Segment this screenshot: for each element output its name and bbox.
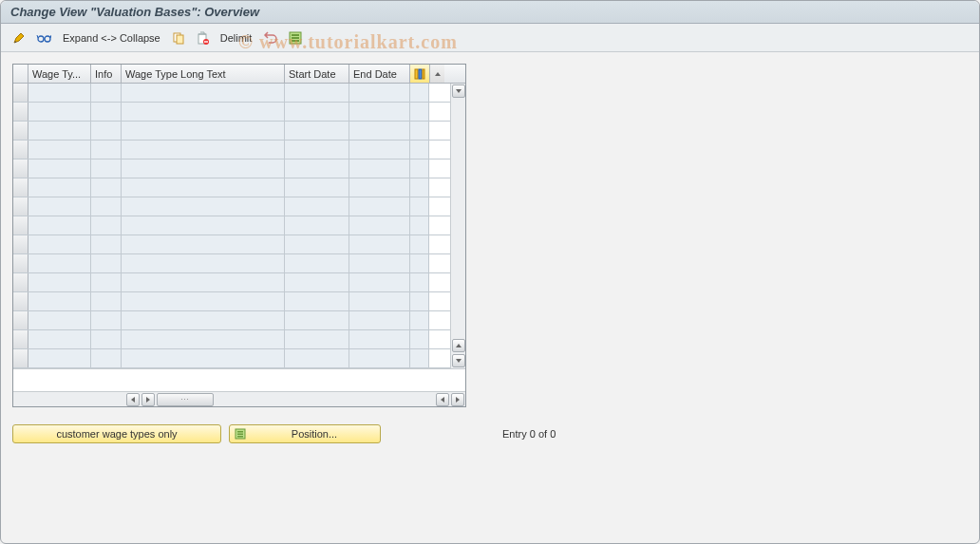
scroll-right-icon[interactable] [451, 393, 464, 406]
cell-start-date[interactable] [285, 235, 349, 253]
cell-long-text[interactable] [122, 311, 285, 329]
column-header-wage-type[interactable]: Wage Ty... [28, 65, 91, 83]
delete-icon[interactable] [192, 28, 213, 47]
row-selector[interactable] [13, 330, 28, 348]
cell-start-date[interactable] [285, 103, 349, 121]
cell-start-date[interactable] [285, 330, 349, 348]
cell-wage-type[interactable] [28, 235, 91, 253]
row-selector[interactable] [13, 254, 28, 272]
row-selector[interactable] [13, 84, 28, 102]
glasses-detail-icon[interactable] [32, 28, 55, 47]
row-selector[interactable] [13, 349, 28, 367]
configure-columns-icon[interactable] [410, 65, 429, 83]
cell-info[interactable] [91, 84, 122, 102]
row-selector[interactable] [13, 122, 28, 140]
column-header-start-date[interactable]: Start Date [285, 65, 349, 83]
scroll-up-step-icon[interactable] [452, 339, 465, 352]
cell-start-date[interactable] [285, 216, 349, 234]
scroll-right-step-icon[interactable] [141, 393, 155, 406]
cell-end-date[interactable] [349, 197, 410, 216]
cell-long-text[interactable] [122, 84, 285, 102]
horizontal-scrollbar[interactable]: ··· [13, 391, 465, 406]
table-row[interactable] [13, 254, 450, 273]
cell-long-text[interactable] [122, 235, 285, 253]
cell-end-date[interactable] [349, 216, 410, 234]
cell-wage-type[interactable] [28, 84, 91, 102]
cell-wage-type[interactable] [28, 311, 91, 329]
cell-wage-type[interactable] [28, 141, 91, 159]
cell-info[interactable] [91, 330, 122, 348]
cell-wage-type[interactable] [28, 349, 91, 367]
cell-info[interactable] [91, 311, 122, 329]
cell-end-date[interactable] [349, 141, 410, 159]
customer-wage-types-button[interactable]: customer wage types only [12, 424, 221, 443]
scroll-up-button[interactable] [429, 65, 444, 83]
row-selector[interactable] [13, 273, 28, 291]
cell-end-date[interactable] [349, 159, 410, 178]
row-selector[interactable] [13, 103, 28, 121]
table-row[interactable] [13, 216, 450, 235]
table-row[interactable] [13, 84, 450, 103]
cell-end-date[interactable] [349, 235, 410, 253]
cell-end-date[interactable] [349, 292, 410, 310]
column-header-info[interactable]: Info [91, 65, 122, 83]
undo-icon[interactable] [259, 28, 282, 47]
table-row[interactable] [13, 197, 450, 216]
cell-info[interactable] [91, 141, 122, 159]
row-selector[interactable] [13, 141, 28, 159]
position-button[interactable]: Position... [229, 424, 381, 443]
scrollbar-thumb[interactable]: ··· [157, 393, 214, 406]
cell-end-date[interactable] [349, 273, 410, 291]
table-row[interactable] [13, 122, 450, 141]
cell-info[interactable] [91, 254, 122, 272]
row-selector[interactable] [13, 216, 28, 234]
cell-long-text[interactable] [122, 197, 285, 216]
row-selector[interactable] [13, 197, 28, 216]
cell-info[interactable] [91, 103, 122, 121]
table-row[interactable] [13, 235, 450, 254]
cell-long-text[interactable] [122, 103, 285, 121]
cell-end-date[interactable] [349, 103, 410, 121]
cell-start-date[interactable] [285, 84, 349, 102]
cell-start-date[interactable] [285, 178, 349, 197]
cell-wage-type[interactable] [28, 273, 91, 291]
table-row[interactable] [13, 311, 450, 330]
table-row[interactable] [13, 292, 450, 311]
column-header-long-text[interactable]: Wage Type Long Text [122, 65, 285, 83]
cell-info[interactable] [91, 122, 122, 140]
cell-info[interactable] [91, 178, 122, 197]
cell-info[interactable] [91, 197, 122, 216]
table-row[interactable] [13, 330, 450, 349]
grid-corner[interactable] [13, 65, 28, 83]
cell-wage-type[interactable] [28, 292, 91, 310]
cell-end-date[interactable] [349, 311, 410, 329]
table-row[interactable] [13, 273, 450, 292]
vertical-scrollbar[interactable] [450, 84, 465, 368]
column-header-end-date[interactable]: End Date [349, 65, 410, 83]
cell-info[interactable] [91, 349, 122, 367]
delimit-button[interactable]: Delimit [216, 28, 257, 47]
table-row[interactable] [13, 103, 450, 122]
cell-long-text[interactable] [122, 349, 285, 367]
cell-info[interactable] [91, 159, 122, 178]
cell-start-date[interactable] [285, 141, 349, 159]
cell-long-text[interactable] [122, 122, 285, 140]
cell-start-date[interactable] [285, 273, 349, 291]
cell-wage-type[interactable] [28, 216, 91, 234]
cell-info[interactable] [91, 292, 122, 310]
row-selector[interactable] [13, 159, 28, 178]
cell-wage-type[interactable] [28, 122, 91, 140]
cell-info[interactable] [91, 273, 122, 291]
cell-long-text[interactable] [122, 178, 285, 197]
cell-wage-type[interactable] [28, 254, 91, 272]
cell-end-date[interactable] [349, 122, 410, 140]
cell-start-date[interactable] [285, 254, 349, 272]
cell-start-date[interactable] [285, 159, 349, 178]
cell-long-text[interactable] [122, 273, 285, 291]
cell-long-text[interactable] [122, 159, 285, 178]
table-row[interactable] [13, 178, 450, 197]
cell-long-text[interactable] [122, 292, 285, 310]
cell-info[interactable] [91, 235, 122, 253]
copy-icon[interactable] [168, 28, 189, 47]
cell-end-date[interactable] [349, 84, 410, 102]
